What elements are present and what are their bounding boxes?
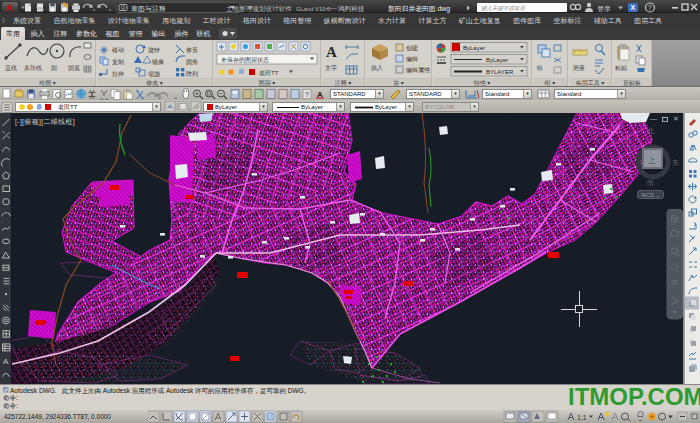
svg-text:多段线: 多段线 <box>24 65 42 71</box>
svg-text:阵列: 阵列 <box>186 70 198 78</box>
svg-text:——: —— <box>325 5 337 11</box>
svg-text:草图与注释: 草图与注释 <box>131 4 166 13</box>
svg-text:上: 上 <box>647 156 656 165</box>
svg-text:1:1: 1:1 <box>577 414 587 421</box>
svg-text:修剪: 修剪 <box>186 46 198 54</box>
svg-text:ByLayer: ByLayer <box>463 45 485 51</box>
svg-text:粘贴: 粘贴 <box>615 65 627 72</box>
svg-text:拉伸: 拉伸 <box>112 71 124 77</box>
svg-text:旋转: 旋转 <box>148 47 160 54</box>
svg-text:缩放: 缩放 <box>148 70 160 78</box>
svg-text:组: 组 <box>536 65 543 71</box>
svg-text:土地整理规划设计软件: 土地整理规划设计软件 <box>226 5 292 13</box>
svg-text:老田TT: 老田TT <box>259 70 279 77</box>
svg-text:复制: 复制 <box>112 59 124 66</box>
svg-text:ByLayer: ByLayer <box>486 57 508 63</box>
svg-text:编辑属性: 编辑属性 <box>406 67 431 73</box>
svg-text:X: X <box>631 4 636 11</box>
svg-text:A: A <box>3 357 9 366</box>
svg-text:?: ? <box>648 4 652 11</box>
svg-text:文字: 文字 <box>325 64 337 71</box>
svg-text:A: A <box>326 44 337 60</box>
svg-text:新田归并老田图.dwg: 新田归并老田图.dwg <box>388 5 450 13</box>
svg-text:圆弧: 圆弧 <box>68 65 80 72</box>
svg-text:圆角: 圆角 <box>186 59 198 66</box>
svg-text:测量: 测量 <box>572 64 585 71</box>
svg-text:直线: 直线 <box>5 65 17 71</box>
svg-text:未保存的图层状态: 未保存的图层状态 <box>220 56 269 64</box>
svg-text:插入: 插入 <box>371 65 383 72</box>
svg-text:镜像: 镜像 <box>151 58 164 66</box>
svg-text:BYLAYER: BYLAYER <box>486 69 514 75</box>
svg-text:登录: 登录 <box>597 5 611 13</box>
svg-text:?: ? <box>305 91 309 98</box>
svg-text:南: 南 <box>647 179 654 186</box>
svg-text:创建: 创建 <box>406 45 418 52</box>
svg-text:东: 东 <box>672 159 679 166</box>
svg-text:圆: 圆 <box>51 65 57 72</box>
svg-text:移动: 移动 <box>112 47 124 54</box>
svg-text:编辑: 编辑 <box>406 56 418 62</box>
svg-text:键入关键字或短语: 键入关键字或短语 <box>481 5 526 11</box>
svg-text:鸿列科技: 鸿列科技 <box>338 5 365 13</box>
svg-text:北: 北 <box>647 127 654 135</box>
